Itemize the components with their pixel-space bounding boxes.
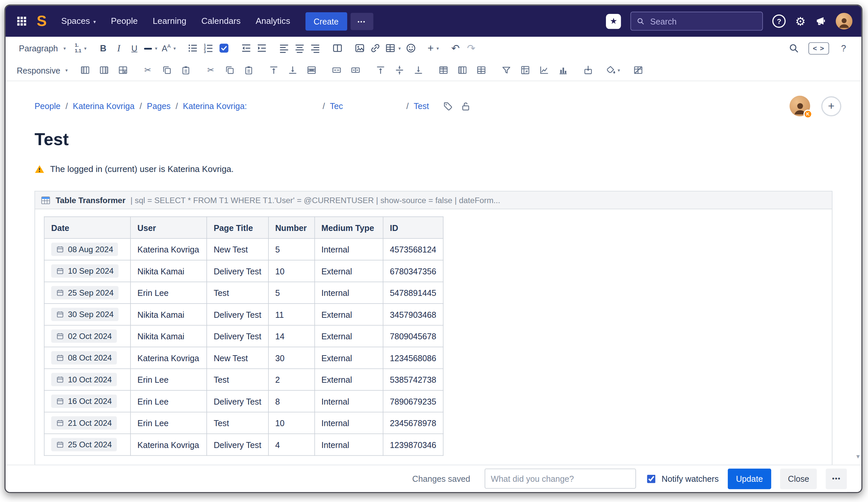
insert-image-button[interactable]	[352, 40, 368, 56]
outdent-button[interactable]	[238, 40, 254, 56]
page-title-cell[interactable]: Delivery Test	[207, 390, 268, 412]
underline-button[interactable]: U	[126, 40, 142, 56]
user-cell[interactable]: Nikita Kamai	[131, 260, 207, 282]
page-title-cell[interactable]: Test	[207, 282, 268, 304]
date-chip[interactable]: 02 Oct 2024	[51, 329, 117, 342]
delete-row-icon[interactable]	[303, 62, 320, 78]
close-button[interactable]: Close	[780, 468, 817, 489]
column-header-id[interactable]: ID	[383, 217, 443, 238]
date-cell[interactable]: 30 Sep 2024	[44, 304, 131, 325]
table-mode-select[interactable]: Responsive▾	[17, 65, 68, 75]
id-cell[interactable]: 6780347356	[383, 260, 443, 282]
insert-more-button[interactable]: +▾	[425, 40, 441, 56]
insert-table-button[interactable]: ▾	[383, 40, 403, 56]
number-cell[interactable]: 30	[268, 347, 314, 369]
table-transformer-macro[interactable]: Table Transformer | sql = SELECT * FROM …	[34, 191, 832, 464]
align-center-button[interactable]	[291, 40, 307, 56]
unlock-icon[interactable]	[461, 101, 471, 111]
split-cells-icon[interactable]	[347, 62, 363, 78]
page-title-cell[interactable]: Delivery Test	[207, 325, 268, 347]
breadcrumb-item-user-pages[interactable]: Katerina Kovriga:	[183, 101, 247, 111]
insert-column-left-icon[interactable]	[76, 62, 93, 78]
copy-row-icon[interactable]	[158, 62, 175, 78]
align-cells-top-icon[interactable]	[372, 62, 389, 78]
breadcrumb-item-user[interactable]: Katerina Kovriga	[73, 101, 135, 111]
app-switcher-button[interactable]	[12, 12, 31, 30]
numbered-list-button[interactable]	[200, 40, 216, 56]
id-cell[interactable]: 1239870346	[383, 434, 443, 455]
page-title-cell[interactable]: Test	[207, 369, 268, 391]
user-cell[interactable]: Nikita Kamai	[131, 325, 207, 347]
medium-type-cell[interactable]: External	[314, 304, 383, 325]
medium-type-cell[interactable]: Internal	[314, 282, 383, 304]
text-color-button[interactable]: ▾	[142, 40, 160, 56]
italic-button[interactable]: I	[111, 40, 126, 56]
bullet-list-button[interactable]	[185, 40, 200, 56]
date-cell[interactable]: 16 Oct 2024	[44, 390, 131, 412]
nav-item-people[interactable]: People	[111, 16, 138, 26]
macro-header[interactable]: Table Transformer | sql = SELECT * FROM …	[35, 192, 832, 209]
help-button[interactable]: ?	[772, 14, 786, 28]
date-chip[interactable]: 08 Oct 2024	[51, 351, 117, 365]
user-cell[interactable]: Erin Lee	[131, 390, 207, 412]
breadcrumb-item-tec[interactable]: Tec	[330, 101, 343, 111]
insert-row-above-icon[interactable]	[265, 62, 282, 78]
insert-emoji-button[interactable]	[403, 40, 419, 56]
number-cell[interactable]: 8	[268, 390, 314, 412]
update-button[interactable]: Update	[727, 468, 771, 489]
bold-button[interactable]: B	[95, 40, 111, 56]
align-left-button[interactable]	[276, 40, 291, 56]
list-style-select[interactable]: 1.1.1▾	[73, 40, 89, 56]
date-cell[interactable]: 02 Oct 2024	[44, 325, 131, 347]
breadcrumb-item-people[interactable]: People	[34, 101, 60, 111]
user-cell[interactable]: Katerina Kovriga	[131, 347, 207, 369]
date-chip[interactable]: 16 Oct 2024	[51, 395, 117, 408]
nav-item-analytics[interactable]: Analytics	[256, 16, 290, 26]
number-cell[interactable]: 10	[268, 412, 314, 434]
user-cell[interactable]: Katerina Kovriga	[131, 434, 207, 455]
date-chip[interactable]: 25 Sep 2024	[51, 286, 119, 299]
user-cell[interactable]: Nikita Kamai	[131, 304, 207, 325]
id-cell[interactable]: 1234568086	[383, 347, 443, 369]
user-cell[interactable]: Erin Lee	[131, 369, 207, 391]
user-cell[interactable]: Erin Lee	[131, 412, 207, 434]
copy-style-icon[interactable]	[579, 62, 596, 78]
id-cell[interactable]: 5478891445	[383, 282, 443, 304]
nav-more-button[interactable]: •••	[350, 13, 373, 30]
shortcuts-button[interactable]: ★	[606, 13, 621, 29]
insert-link-button[interactable]	[368, 40, 383, 56]
date-cell[interactable]: 08 Aug 2024	[44, 238, 131, 260]
undo-button[interactable]: ↶	[448, 40, 464, 56]
medium-type-cell[interactable]: Internal	[314, 412, 383, 434]
id-cell[interactable]: 3457903468	[383, 304, 443, 325]
page-title-cell[interactable]: Test	[207, 412, 268, 434]
more-formatting-button[interactable]: AA▾	[160, 40, 178, 56]
change-comment-input[interactable]	[485, 469, 636, 489]
id-cell[interactable]: 7890679235	[383, 390, 443, 412]
paste-row-icon[interactable]	[177, 62, 194, 78]
full-grid-icon[interactable]	[473, 62, 489, 78]
editor-help-button[interactable]: ?	[836, 40, 851, 56]
insert-row-below-icon[interactable]	[284, 62, 301, 78]
id-cell[interactable]: 7809045678	[383, 325, 443, 347]
number-cell[interactable]: 11	[268, 304, 314, 325]
user-cell[interactable]: Erin Lee	[131, 282, 207, 304]
notify-watchers-checkbox[interactable]	[647, 474, 655, 483]
page-title-cell[interactable]: Delivery Test	[207, 304, 268, 325]
number-cell[interactable]: 2	[268, 369, 314, 391]
nav-item-learning[interactable]: Learning	[153, 16, 186, 26]
column-header-date[interactable]: Date	[44, 217, 131, 238]
align-right-button[interactable]	[307, 40, 323, 56]
number-cell[interactable]: 5	[268, 238, 314, 260]
add-editor-button[interactable]: +	[821, 96, 841, 116]
date-cell[interactable]: 10 Sep 2024	[44, 260, 131, 282]
medium-type-cell[interactable]: Internal	[314, 238, 383, 260]
footer-more-button[interactable]: •••	[826, 468, 847, 489]
column-header-page-title[interactable]: Page Title	[207, 217, 268, 238]
redo-button[interactable]: ↷	[464, 40, 479, 56]
id-cell[interactable]: 4573568124	[383, 238, 443, 260]
page-layout-button[interactable]	[329, 40, 345, 56]
page-title-cell[interactable]: Delivery Test	[207, 434, 268, 455]
paste-column-icon[interactable]	[240, 62, 257, 78]
medium-type-cell[interactable]: External	[314, 369, 383, 391]
